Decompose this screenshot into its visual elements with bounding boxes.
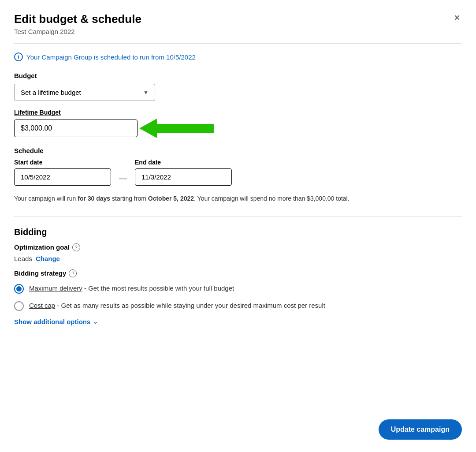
start-date-col: Start date <box>14 159 111 186</box>
bidding-strategy-help-icon[interactable]: ? <box>69 269 77 277</box>
chevron-down-icon: ▼ <box>143 90 149 96</box>
radio-maximum-delivery[interactable] <box>14 284 24 294</box>
radio-cost-cap-text: Cost cap - Get as many results as possib… <box>29 301 325 311</box>
radio-option-maximum-delivery[interactable]: Maximum delivery - Get the most results … <box>14 284 462 294</box>
header-divider <box>14 43 462 44</box>
end-date-col: End date <box>135 159 232 186</box>
lifetime-budget-input[interactable] <box>14 120 138 137</box>
arrow-head <box>139 119 157 138</box>
schedule-section: Schedule Start date — End date Your camp… <box>14 147 462 203</box>
info-banner: i Your Campaign Group is scheduled to ru… <box>14 52 462 61</box>
modal-header: Edit budget & schedule Test Campaign 202… <box>14 12 462 35</box>
chevron-down-icon: ⌄ <box>93 318 98 325</box>
modal: Edit budget & schedule Test Campaign 202… <box>0 0 476 452</box>
end-date-input[interactable] <box>135 168 232 186</box>
budget-dropdown-value: Set a lifetime budget <box>21 89 81 96</box>
budget-dropdown[interactable]: Set a lifetime budget ▼ <box>14 84 155 101</box>
radio-maximum-delivery-text: Maximum delivery - Get the most results … <box>29 284 234 294</box>
maximum-delivery-label: Maximum delivery <box>29 284 82 292</box>
budget-input-row <box>14 120 462 137</box>
info-icon: i <box>14 52 23 61</box>
show-additional-options-link[interactable]: Show additional options ⌄ <box>14 318 462 325</box>
optimization-goal-row: Optimization goal ? <box>14 243 462 251</box>
budget-section: Budget Set a lifetime budget ▼ Lifetime … <box>14 72 462 137</box>
start-date-label: Start date <box>14 159 111 166</box>
end-date-label: End date <box>135 159 232 166</box>
bidding-title: Bidding <box>14 227 462 237</box>
arrow-indicator <box>157 124 214 133</box>
section-divider <box>14 216 462 217</box>
radio-option-cost-cap[interactable]: Cost cap - Get as many results as possib… <box>14 301 462 311</box>
close-button[interactable]: × <box>452 11 462 25</box>
optimization-goal-help-icon[interactable]: ? <box>72 243 80 251</box>
footer: Update campaign <box>379 419 462 440</box>
budget-label: Budget <box>14 72 462 79</box>
campaign-info-text: Your campaign will run for 30 days start… <box>14 194 411 203</box>
start-date-input[interactable] <box>14 168 111 186</box>
modal-title-group: Edit budget & schedule Test Campaign 202… <box>14 12 141 35</box>
cost-cap-description: - Get as many results as possible while … <box>55 302 325 309</box>
show-additional-options-label: Show additional options <box>14 318 90 325</box>
date-row: Start date — End date <box>14 159 462 186</box>
bidding-strategy-row: Bidding strategy ? <box>14 269 462 277</box>
optimization-goal-label: Optimization goal <box>14 243 70 251</box>
arrow-shaft <box>157 124 214 133</box>
modal-title: Edit budget & schedule <box>14 12 141 26</box>
lifetime-budget-label: Lifetime Budget <box>14 109 462 116</box>
leads-row: Leads Change <box>14 255 462 262</box>
date-separator: — <box>119 174 127 183</box>
modal-subtitle: Test Campaign 2022 <box>14 28 141 35</box>
bidding-section: Bidding Optimization goal ? Leads Change… <box>14 227 462 325</box>
schedule-label: Schedule <box>14 147 462 154</box>
update-campaign-button[interactable]: Update campaign <box>379 419 462 440</box>
bidding-strategy-label: Bidding strategy <box>14 269 66 277</box>
info-banner-text: Your Campaign Group is scheduled to run … <box>26 53 196 61</box>
optimization-goal-value: Leads <box>14 255 32 262</box>
radio-cost-cap[interactable] <box>14 301 24 311</box>
maximum-delivery-description: - Get the most results possible with you… <box>82 284 234 292</box>
change-link[interactable]: Change <box>36 255 60 262</box>
cost-cap-label: Cost cap <box>29 302 55 309</box>
